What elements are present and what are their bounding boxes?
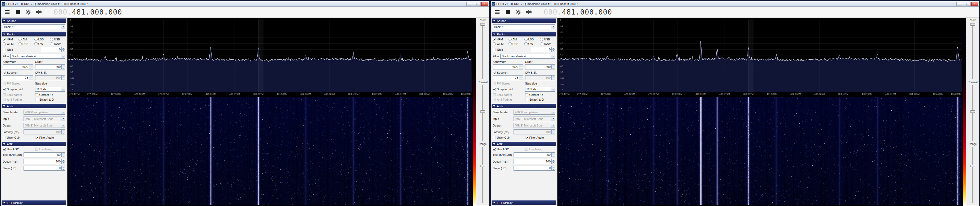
squelch-checkbox[interactable] bbox=[3, 71, 6, 74]
shift-checkbox[interactable] bbox=[3, 48, 6, 51]
menu-button[interactable] bbox=[4, 9, 10, 15]
order-field[interactable]: 500 ▲▼ bbox=[35, 65, 65, 70]
filter-select[interactable]: Blackman-Harris 4 ▾ bbox=[500, 54, 555, 59]
slider-thumb[interactable] bbox=[480, 110, 485, 113]
frequency-digits[interactable]: 481.000.000 bbox=[562, 8, 612, 16]
unity-gain-checkbox[interactable] bbox=[3, 136, 6, 139]
filter-audio-checkbox[interactable] bbox=[525, 136, 528, 139]
source-panel-header[interactable]: Source bbox=[492, 19, 556, 23]
waterfall-canvas[interactable] bbox=[68, 97, 472, 205]
audio-mute-button[interactable] bbox=[36, 9, 42, 15]
correct-iq-checkbox[interactable] bbox=[525, 93, 528, 97]
source-panel-header[interactable]: Source bbox=[2, 19, 66, 23]
spinner-up-icon[interactable]: ▲ bbox=[552, 47, 555, 49]
chevron-down-icon[interactable]: ▾ bbox=[61, 25, 65, 29]
threshold-field[interactable]: -50 ▲▼ bbox=[24, 152, 65, 157]
squelch-checkbox[interactable] bbox=[493, 71, 496, 74]
unity-gain-checkbox[interactable] bbox=[493, 136, 496, 139]
frequency-digits[interactable]: 481.000.000 bbox=[72, 8, 122, 16]
menu-button[interactable] bbox=[494, 9, 500, 15]
audio-panel-header[interactable]: Audio bbox=[492, 104, 556, 108]
spinner-down-icon[interactable]: ▼ bbox=[552, 49, 555, 52]
fft-panel-header[interactable]: FFT Display bbox=[2, 200, 66, 205]
spinner-down-icon[interactable]: ▼ bbox=[519, 78, 523, 80]
close-button[interactable]: × bbox=[481, 2, 488, 6]
source-device-select[interactable]: HackRF ▾ bbox=[3, 24, 65, 29]
mode-cw[interactable]: CW bbox=[34, 42, 50, 46]
chevron-down-icon[interactable]: ▾ bbox=[551, 54, 555, 59]
audio-panel-header[interactable]: Audio bbox=[2, 104, 66, 108]
snap-to-grid-checkbox[interactable] bbox=[493, 88, 496, 91]
settings-button[interactable] bbox=[515, 9, 522, 15]
chevron-down-icon[interactable]: ▾ bbox=[61, 54, 65, 59]
mode-wfm[interactable]: WFM bbox=[3, 42, 18, 46]
source-device-select[interactable]: HackRF ▾ bbox=[493, 24, 555, 29]
range-slider[interactable] bbox=[967, 146, 979, 204]
mode-nfm[interactable]: NFM bbox=[3, 38, 18, 41]
slope-field[interactable]: 0 ▲▼ bbox=[24, 166, 65, 171]
frequency-display[interactable]: 000. 481.000.000 bbox=[544, 8, 612, 16]
titlebar[interactable]: SDR# v1.0.0.1326 - IQ Imbalance Gain = 1… bbox=[1, 1, 489, 6]
spectrum-display[interactable]: 0-10-20-30-40-50-60-70-80-90-100-110-120… bbox=[68, 19, 472, 96]
waterfall-display[interactable] bbox=[68, 97, 472, 205]
slider-thumb[interactable] bbox=[970, 110, 975, 113]
spinner-up-icon[interactable]: ▲ bbox=[552, 65, 555, 67]
use-agc-checkbox[interactable] bbox=[3, 147, 6, 151]
agc-panel-header[interactable]: AGC bbox=[492, 142, 556, 146]
mode-wfm[interactable]: WFM bbox=[493, 42, 508, 46]
slope-field[interactable]: 0 ▲▼ bbox=[514, 166, 555, 171]
waterfall-canvas[interactable] bbox=[558, 97, 962, 205]
spinner-down-icon[interactable]: ▼ bbox=[62, 168, 65, 170]
titlebar[interactable]: SDR# v1.0.0.1326 - IQ Imbalance Gain = 1… bbox=[491, 1, 979, 6]
step-size-select[interactable]: 12.5 kHz ▾ bbox=[35, 87, 65, 92]
spinner-up-icon[interactable]: ▲ bbox=[29, 65, 33, 67]
mode-nfm[interactable]: NFM bbox=[493, 38, 508, 41]
spinner-up-icon[interactable]: ▲ bbox=[62, 153, 65, 155]
radio-panel-header[interactable]: Radio bbox=[2, 32, 66, 36]
spinner-down-icon[interactable]: ▼ bbox=[552, 168, 555, 170]
order-field[interactable]: 500 ▲▼ bbox=[525, 65, 555, 70]
zoom-slider[interactable] bbox=[477, 22, 489, 80]
maximize-button[interactable]: ❐ bbox=[964, 2, 971, 6]
shift-field[interactable]: 0 ▲▼ bbox=[531, 47, 555, 52]
slider-thumb[interactable] bbox=[970, 165, 975, 167]
spinner-up-icon[interactable]: ▲ bbox=[552, 159, 555, 162]
spinner-down-icon[interactable]: ▼ bbox=[552, 155, 555, 157]
mode-usb[interactable]: USB bbox=[540, 38, 555, 41]
mode-am[interactable]: AM bbox=[509, 38, 524, 41]
spectrum-canvas[interactable] bbox=[68, 19, 472, 92]
settings-button[interactable] bbox=[25, 9, 32, 15]
fft-panel-header[interactable]: FFT Display bbox=[492, 200, 556, 205]
mode-am[interactable]: AM bbox=[19, 38, 34, 41]
spinner-up-icon[interactable]: ▲ bbox=[552, 166, 555, 168]
chevron-down-icon[interactable]: ▾ bbox=[551, 87, 555, 91]
use-agc-checkbox[interactable] bbox=[493, 147, 496, 151]
spinner-down-icon[interactable]: ▼ bbox=[62, 49, 65, 52]
spectrum-canvas[interactable] bbox=[558, 19, 962, 92]
decay-field[interactable]: 100 ▲▼ bbox=[24, 159, 65, 164]
chevron-down-icon[interactable]: ▾ bbox=[551, 25, 555, 29]
shift-checkbox[interactable] bbox=[493, 48, 496, 51]
step-size-select[interactable]: 12.5 kHz ▾ bbox=[525, 87, 555, 92]
bandwidth-field[interactable]: 8000 ▲▼ bbox=[3, 65, 33, 70]
spinner-up-icon[interactable]: ▲ bbox=[552, 153, 555, 155]
frequency-display[interactable]: 000. 481.000.000 bbox=[54, 8, 122, 16]
spinner-up-icon[interactable]: ▲ bbox=[62, 159, 65, 162]
slider-thumb[interactable] bbox=[480, 165, 485, 167]
minimize-button[interactable]: — bbox=[466, 2, 473, 6]
spinner-down-icon[interactable]: ▼ bbox=[552, 162, 555, 164]
stop-button[interactable] bbox=[504, 9, 511, 15]
spinner-up-icon[interactable]: ▲ bbox=[62, 166, 65, 168]
spinner-down-icon[interactable]: ▼ bbox=[62, 155, 65, 157]
mode-usb[interactable]: USB bbox=[50, 38, 65, 41]
maximize-button[interactable]: ❐ bbox=[474, 2, 481, 6]
slider-thumb[interactable] bbox=[480, 23, 485, 25]
stop-button[interactable] bbox=[14, 9, 21, 15]
contrast-slider[interactable] bbox=[477, 84, 489, 143]
threshold-field[interactable]: -50 ▲▼ bbox=[514, 152, 555, 157]
correct-iq-checkbox[interactable] bbox=[35, 93, 38, 97]
swap-iq-checkbox[interactable] bbox=[35, 98, 38, 101]
chevron-down-icon[interactable]: ▾ bbox=[61, 87, 65, 91]
close-button[interactable]: × bbox=[971, 2, 978, 6]
spinner-up-icon[interactable]: ▲ bbox=[29, 76, 33, 78]
